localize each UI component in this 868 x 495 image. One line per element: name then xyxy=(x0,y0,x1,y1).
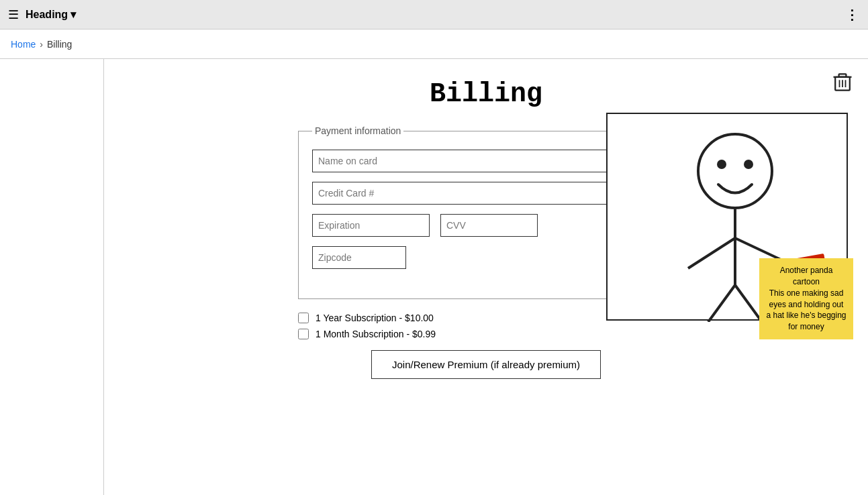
subscription-1mo-label: 1 Month Subscription - $0.99 xyxy=(316,329,436,339)
zipcode-input[interactable] xyxy=(312,246,406,269)
page-title: Billing xyxy=(131,79,841,109)
svg-point-8 xyxy=(744,160,753,169)
svg-point-6 xyxy=(698,134,772,208)
sidebar xyxy=(0,59,104,495)
cvv-input[interactable] xyxy=(440,214,538,237)
topbar: ☰ Heading ▾ ⋮ xyxy=(0,0,868,30)
more-options-icon[interactable]: ⋮ xyxy=(845,7,860,23)
sticky-note-text: Another panda cartoonThis one making sad… xyxy=(766,266,846,331)
heading-dropdown-button[interactable]: Heading ▾ xyxy=(26,8,76,21)
hamburger-icon[interactable]: ☰ xyxy=(8,7,19,22)
breadcrumb-home-link[interactable]: Home xyxy=(11,39,36,50)
join-button-wrapper: Join/Renew Premium (if already premium) xyxy=(298,350,674,379)
topbar-left: ☰ Heading ▾ xyxy=(8,7,76,22)
heading-label: Heading xyxy=(26,9,68,21)
svg-line-13 xyxy=(708,285,735,322)
breadcrumb-bar: Home › Billing xyxy=(0,30,868,59)
trash-icon xyxy=(830,70,855,94)
main-content: Billing Payment information 1 Year Sub xyxy=(104,59,868,495)
join-renew-button[interactable]: Join/Renew Premium (if already premium) xyxy=(371,350,601,379)
illustration-area: Another panda cartoonThis one making sad… xyxy=(606,113,848,321)
breadcrumb-current: Billing xyxy=(47,39,72,50)
content-area: Billing Payment information 1 Year Sub xyxy=(0,59,868,495)
subscription-1mo-row: 1 Month Subscription - $0.99 xyxy=(298,329,674,339)
breadcrumb-separator: › xyxy=(40,39,43,50)
svg-line-14 xyxy=(735,285,762,322)
subscription-1yr-label: 1 Year Subscription - $10.00 xyxy=(316,313,434,323)
svg-line-11 xyxy=(688,238,735,268)
svg-point-7 xyxy=(717,160,726,169)
svg-rect-2 xyxy=(839,74,847,77)
subscription-1yr-checkbox[interactable] xyxy=(298,313,309,323)
expiration-input[interactable] xyxy=(312,214,430,237)
dropdown-arrow-icon: ▾ xyxy=(70,8,76,21)
stick-figure-illustration: Another panda cartoonThis one making sad… xyxy=(606,113,848,321)
sticky-note: Another panda cartoonThis one making sad… xyxy=(759,258,853,339)
delete-button[interactable] xyxy=(830,70,855,97)
subscription-1mo-checkbox[interactable] xyxy=(298,329,309,339)
payment-legend: Payment information xyxy=(312,125,403,136)
